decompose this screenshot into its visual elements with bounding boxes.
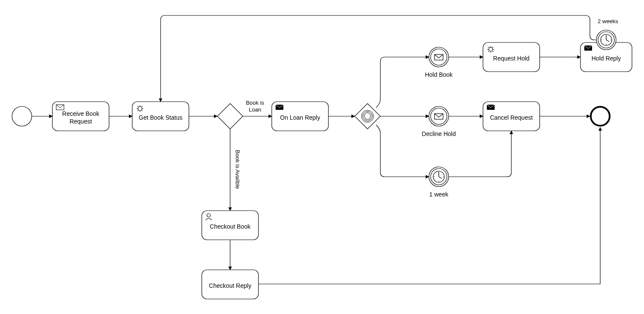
- gear-icon: [137, 105, 143, 112]
- svg-text:Book isLoan: Book isLoan: [246, 100, 264, 113]
- task-label: Get Book Status: [139, 114, 182, 121]
- task-label: Receive Book: [62, 110, 100, 117]
- svg-rect-14: [217, 103, 243, 129]
- event-decline-hold: Decline Hold: [422, 106, 456, 137]
- task-label: Checkout Reply: [209, 282, 252, 289]
- event-label: Decline Hold: [422, 130, 456, 137]
- task-label: Checkout Book: [210, 223, 251, 230]
- task-label: Hold Reply: [592, 55, 621, 62]
- message-send-icon: [584, 45, 592, 51]
- edge-label: Book is: [246, 100, 264, 106]
- event-hold-book: Hold Book: [425, 47, 453, 78]
- edge-label: Loan: [249, 106, 261, 113]
- message-send-icon: [487, 105, 495, 110]
- task-cancel-request: Cancel Request: [483, 102, 540, 131]
- end-event: [591, 107, 610, 126]
- flow-gw-to-1week: [376, 125, 429, 177]
- start-event: [12, 106, 32, 126]
- message-send-icon: [276, 105, 283, 110]
- flow-1week-to-cancel: [449, 131, 511, 177]
- svg-point-60: [207, 214, 210, 217]
- edge-label: Book is Availble: [234, 150, 241, 189]
- task-request-hold: Request Hold: [483, 42, 540, 72]
- task-label: Request Hold: [493, 55, 530, 62]
- svg-point-0: [12, 106, 32, 126]
- event-label: Hold Book: [425, 71, 453, 78]
- message-icon: [56, 105, 64, 110]
- task-checkout-reply: Checkout Reply: [202, 270, 258, 299]
- event-label: 2 weeks: [598, 18, 618, 24]
- svg-point-5: [138, 107, 142, 111]
- task-checkout-book: Checkout Book: [202, 211, 258, 240]
- svg-point-62: [591, 107, 610, 126]
- task-label: Request: [70, 118, 92, 125]
- event-label: 1 week: [429, 191, 449, 198]
- task-label: Cancel Request: [490, 114, 533, 121]
- event-one-week-timer: 1 week: [429, 167, 449, 198]
- gear-icon: [487, 46, 494, 53]
- task-label: On Loan Reply: [280, 114, 320, 121]
- task-get-book-status: Get Book Status: [132, 102, 189, 131]
- flow-checkoutreply-to-end: [258, 127, 600, 284]
- gateway-exclusive: [217, 103, 243, 129]
- flow-gw-to-holdbook: [376, 57, 429, 108]
- task-receive-book-request: Receive BookRequest: [52, 102, 109, 131]
- task-on-loan-reply: On Loan Reply: [272, 102, 328, 131]
